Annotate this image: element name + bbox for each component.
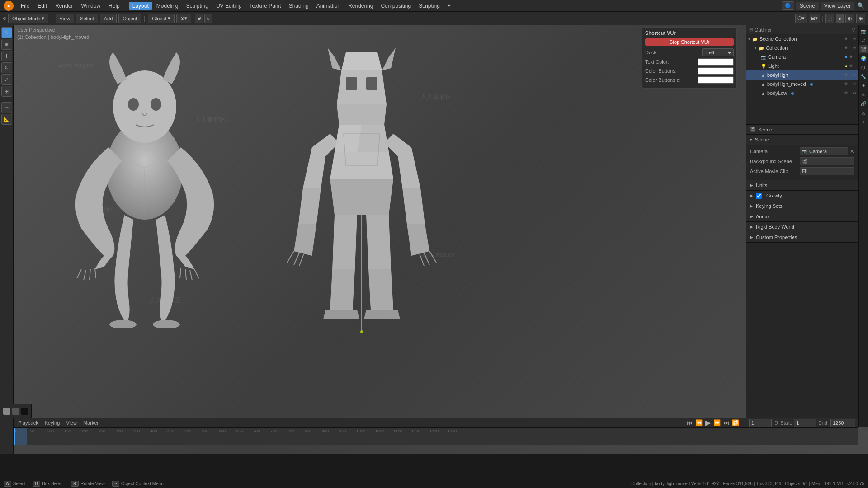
measure-tool[interactable]: 📐 — [1, 114, 12, 125]
scale-tool[interactable]: ⤢ — [1, 74, 12, 85]
timeline-panel: Playback Keying View Marker ⏮ ⏪ ▶ ⏩ ⏭ 🔁 … — [14, 418, 858, 445]
outliner-scene-collection[interactable]: ▾ 📁 Scene Collection 👁↓⚙ — [746, 34, 858, 43]
stop-shortcut-vur-button[interactable]: Stop Shortcut VUr — [645, 38, 734, 46]
workspace-tab-scripting[interactable]: Scripting — [415, 2, 443, 10]
background-scene-value[interactable]: 🎬 — [800, 157, 854, 165]
menu-render[interactable]: Render — [52, 2, 76, 10]
view-layer-label[interactable]: View Layer — [821, 2, 854, 10]
custom-properties-header[interactable]: ▶ Custom Properties — [746, 232, 858, 242]
workspace-tab-uv-editing[interactable]: UV Editing — [212, 2, 245, 10]
proportional-btn[interactable]: ○ — [204, 14, 212, 23]
outliner-filter[interactable]: ▽ — [852, 27, 855, 32]
workspace-tab-modeling[interactable]: Modeling — [153, 2, 182, 10]
modifier-props-icon[interactable]: 🔧 — [859, 72, 868, 80]
data-props-icon[interactable]: △ — [859, 108, 868, 117]
loop-btn[interactable]: 🔁 — [732, 419, 739, 426]
transform-tool[interactable]: ⊞ — [1, 86, 12, 97]
current-frame-input[interactable] — [749, 419, 772, 427]
outliner-bodyhigh[interactable]: ▲ bodyHigh 👁↓⚙ — [746, 70, 858, 80]
step-back-btn[interactable]: ⏪ — [695, 419, 703, 426]
vur-color-buttons-a-swatch[interactable] — [698, 76, 734, 84]
shading-render[interactable]: ◉ — [856, 14, 865, 23]
annotate-tool[interactable]: ✏ — [1, 102, 12, 113]
fps-icon[interactable]: ⏱ — [774, 420, 778, 426]
overlay-btn[interactable]: ⬡▾ — [795, 14, 807, 23]
workspace-tab-sculpting[interactable]: Sculpting — [183, 2, 212, 10]
menu-help[interactable]: Help — [105, 2, 123, 10]
scene-section-header[interactable]: ▾ Scene — [746, 135, 858, 145]
workspace-tab-layout[interactable]: Layout — [129, 2, 152, 10]
audio-section-header[interactable]: ▶ Audio — [746, 211, 858, 221]
select-tool[interactable]: ↖ — [1, 27, 12, 38]
keying-sets-header[interactable]: ▶ Keying Sets — [746, 201, 858, 211]
object-props-icon[interactable]: ⬡ — [859, 63, 868, 71]
search-icon[interactable]: 🔍 — [857, 2, 864, 9]
output-props-icon[interactable]: 🖨 — [859, 36, 868, 44]
physics-props-icon[interactable]: ⚛ — [859, 90, 868, 99]
move-tool[interactable]: ✛ — [1, 51, 12, 61]
playback-menu[interactable]: Playback — [16, 420, 40, 426]
start-frame-input[interactable] — [794, 419, 816, 427]
rigid-body-world-header[interactable]: ▶ Rigid Body World — [746, 222, 858, 232]
outliner-bodylow[interactable]: ▲ bodyLow ⊕ 👁↓⚙ — [746, 89, 858, 98]
playback-icon-3[interactable] — [21, 408, 28, 415]
menu-window[interactable]: Window — [77, 2, 104, 10]
scene-props-icon[interactable]: 🎬 — [859, 45, 868, 53]
view-menu-tl[interactable]: View — [64, 420, 79, 426]
mode-selector[interactable]: Object Mode ▾ — [8, 14, 48, 23]
gravity-checkbox[interactable] — [756, 193, 762, 199]
playback-icon-1[interactable] — [3, 408, 10, 415]
svg-marker-18 — [402, 188, 425, 224]
workspace-tab-compositing[interactable]: Compositing — [377, 2, 415, 10]
engine-selector[interactable]: 🔵 — [782, 1, 794, 10]
object-menu[interactable]: Object — [118, 14, 141, 23]
vur-color-buttons-swatch[interactable] — [698, 67, 734, 75]
workspace-add-tab[interactable]: + — [444, 2, 454, 10]
camera-prop-value[interactable]: 📷 Camera — [800, 147, 848, 155]
timeline-ruler[interactable]: 1 50 100 150 200 250 300 350 400 450 500… — [14, 428, 858, 445]
keying-menu[interactable]: Keying — [43, 420, 62, 426]
menu-file[interactable]: File — [17, 2, 33, 10]
outliner-collection[interactable]: ▾ 📁 Collection 👁↓⚙ — [746, 43, 858, 52]
shading-mat[interactable]: ◐ — [845, 14, 854, 23]
outliner-light[interactable]: 💡 Light ●👁↓ — [746, 61, 858, 70]
outliner-camera[interactable]: 📷 Camera ●👁↓ — [746, 52, 858, 61]
step-fwd-btn[interactable]: ⏩ — [713, 419, 721, 426]
vur-text-color-swatch[interactable] — [698, 58, 734, 66]
particles-props-icon[interactable]: ✦ — [859, 81, 868, 89]
constraints-props-icon[interactable]: 🔗 — [859, 99, 868, 108]
end-frame-input[interactable] — [830, 419, 855, 427]
vur-dock-select[interactable]: Left Right — [702, 48, 734, 56]
workspace-tab-shading[interactable]: Shading — [285, 2, 312, 10]
workspace-tab-rendering[interactable]: Rendering — [344, 2, 377, 10]
add-menu[interactable]: Add — [100, 14, 117, 23]
playback-icon-2[interactable] — [12, 408, 19, 415]
workspace-tab-animation[interactable]: Animation — [313, 2, 344, 10]
units-section-header[interactable]: ▶ Units — [746, 180, 858, 190]
jump-end-btn[interactable]: ⏭ — [723, 419, 729, 426]
material-props-icon[interactable]: ○ — [859, 117, 868, 126]
pivot-selector[interactable]: ⊙▾ — [176, 14, 191, 23]
play-btn[interactable]: ▶ — [705, 418, 711, 427]
outliner-bodyhigh-moved[interactable]: ▲ bodyHigh_moved ⊕ 👁↓⚙ — [746, 80, 858, 89]
render-props-icon[interactable]: 📷 — [859, 27, 868, 35]
snap-btn[interactable]: ⊕ — [195, 14, 203, 23]
world-props-icon[interactable]: 🌍 — [859, 54, 868, 62]
camera-prop-close[interactable]: ✕ — [850, 148, 854, 155]
shading-wire[interactable]: ⬚ — [825, 14, 834, 23]
menu-edit[interactable]: Edit — [34, 2, 51, 10]
view-menu[interactable]: View — [56, 14, 75, 23]
select-menu[interactable]: Select — [76, 14, 98, 23]
cursor-tool[interactable]: ⊕ — [1, 39, 12, 50]
rotate-tool[interactable]: ↻ — [1, 62, 12, 73]
scene-name-label[interactable]: Scene — [796, 2, 819, 10]
shading-solid[interactable]: ● — [836, 14, 844, 23]
marker-menu[interactable]: Marker — [81, 420, 100, 426]
workspace-tab-texture-paint[interactable]: Texture Paint — [246, 2, 285, 10]
viewport[interactable]: www.rrcg.cn 人人素材区 人人素材区 人人素材区 www.rrcg.c… — [14, 25, 868, 454]
active-movie-clip-value[interactable]: 🎞 — [800, 167, 854, 175]
transform-space[interactable]: Global▾ — [148, 14, 175, 23]
gravity-section-header[interactable]: ▶ Gravity — [746, 191, 858, 201]
gizmo-btn[interactable]: ⊞▾ — [809, 14, 820, 23]
jump-start-btn[interactable]: ⏮ — [687, 419, 693, 426]
